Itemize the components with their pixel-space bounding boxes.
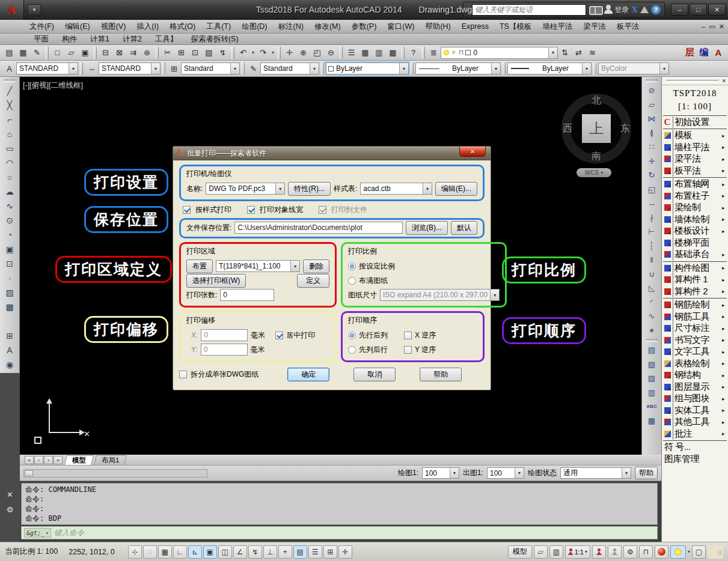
row-first-radio[interactable] — [348, 332, 356, 339]
layer-dropdown-icon[interactable]: ▾ — [548, 47, 557, 58]
angle-snap-toggle[interactable]: ∠ — [233, 545, 247, 559]
close-button[interactable]: ✕ — [708, 4, 726, 16]
command-input[interactable] — [54, 529, 655, 537]
plot-by-style-checkbox[interactable] — [183, 206, 191, 214]
tssd-pdf-batch-icon[interactable]: ▦ — [16, 46, 30, 59]
annotation-scale-select[interactable]: 1:1 ▾ — [565, 545, 590, 559]
autodesk360-icon[interactable] — [640, 6, 649, 13]
layer-properties-icon[interactable]: ≣ — [427, 46, 441, 59]
prev-tab-icon[interactable]: ‹ — [34, 456, 43, 464]
fit-paper-radio[interactable] — [348, 277, 356, 285]
move-icon[interactable]: ✛ — [644, 154, 659, 169]
quick-access-dropdown[interactable]: ▾ — [28, 4, 41, 15]
doc-minimize-button[interactable]: – — [702, 23, 705, 31]
layout-button[interactable]: 布置 — [186, 259, 213, 273]
doc-restore-button[interactable]: ▭ — [709, 23, 715, 31]
wcs-selector[interactable]: WCS▾ — [577, 168, 611, 177]
out-scale-select[interactable]: 100▾ — [487, 467, 524, 479]
erase-icon[interactable]: ⊘ — [644, 83, 659, 98]
region-icon[interactable] — [2, 314, 17, 329]
view-compass[interactable]: 北 南 西 东 上 — [561, 94, 631, 163]
column-first-radio[interactable] — [348, 346, 356, 354]
dialog-help-button[interactable]: 帮助 — [420, 368, 462, 381]
palette-item-wall-draw[interactable]: 墙体绘制▸ — [662, 214, 728, 226]
chamfer-icon[interactable]: ◺ — [644, 281, 659, 296]
palette-item-text-tools[interactable]: 文字工具▸ — [662, 346, 728, 358]
insert-block-icon[interactable]: ▣ — [2, 242, 17, 256]
sync-properties-icon[interactable]: ↯ — [216, 46, 230, 59]
transparency-toggle[interactable]: ☰ — [308, 545, 322, 559]
cancel-button[interactable]: 取消 — [353, 368, 396, 381]
palette-titlebar[interactable]: ✕ — [662, 77, 728, 85]
palette-item-table-draw[interactable]: 表格绘制▸ — [662, 358, 728, 370]
compass-north[interactable]: 北 — [592, 94, 601, 107]
palette-item-place-column[interactable]: 布置柱子▸ — [662, 190, 728, 202]
palette-item-rebar-tools[interactable]: 钢筋工具▸ — [662, 311, 728, 323]
menu-explorer-convert[interactable]: 探索者拆转(S) — [184, 34, 245, 45]
toolbar-help-icon[interactable]: ? — [406, 46, 420, 59]
rotate-icon[interactable]: ↻ — [644, 168, 659, 183]
pan-icon[interactable]: ✛ — [283, 46, 296, 59]
palette-item-write-text[interactable]: 书写文字▸ — [662, 335, 728, 347]
rectangle-icon[interactable]: ▭ — [2, 141, 17, 156]
palette-item-calc-component-2[interactable]: 算构件 2▸ — [662, 286, 728, 298]
palette-item-annotation[interactable]: 批注▸ — [662, 428, 728, 440]
palette-item-component-draw[interactable]: 构件绘图▸ — [662, 262, 728, 274]
table-icon[interactable]: ⊞ — [2, 329, 17, 343]
menu-view[interactable]: 视图(V) — [96, 20, 132, 33]
dialog-close-button[interactable]: ✕ — [459, 147, 486, 157]
polyline-icon[interactable]: ⌐ — [2, 112, 17, 127]
bring-above-icon[interactable]: ▨ — [644, 371, 659, 386]
ts-edit-button[interactable]: 编 — [697, 46, 711, 59]
palette-close-icon[interactable]: ✕ — [721, 78, 726, 84]
table-style-select[interactable]: Standard▾ — [181, 62, 240, 74]
palette-item-beam-method[interactable]: 梁平法▸ — [662, 153, 728, 165]
tssd-edit-icon[interactable]: ✎ — [30, 46, 44, 59]
array-icon[interactable]: ∷ — [644, 140, 659, 154]
arc-icon[interactable]: ◠ — [2, 156, 17, 170]
palette-item-slab-method[interactable]: 板平法▸ — [662, 165, 728, 177]
x-reverse-checkbox[interactable] — [404, 332, 412, 339]
edit-style-button[interactable]: 编辑(E)... — [435, 182, 477, 196]
menu-component[interactable]: 构件 — [55, 34, 84, 45]
palette-item-calc-component-1[interactable]: 算构件 1▸ — [662, 274, 728, 286]
palette-item-library-manager[interactable]: 图库管理 — [662, 453, 728, 465]
extend-icon[interactable]: ⊢ — [644, 225, 659, 239]
workspace-switch-icon[interactable]: ⚙ — [623, 545, 637, 559]
select-print-frame-button[interactable]: 选择打印框(W) — [186, 274, 246, 288]
lineweight-display-toggle[interactable]: ▤ — [293, 545, 307, 559]
zoom-window-icon[interactable]: ◰ — [310, 46, 324, 59]
redo-icon[interactable]: ↷ — [256, 46, 270, 59]
auto-annotation-toggle[interactable] — [608, 545, 622, 559]
menu-tools2[interactable]: 工具】 — [148, 34, 185, 45]
y-reverse-checkbox[interactable] — [404, 346, 412, 354]
export-dwf-icon[interactable]: ⊛ — [140, 46, 154, 59]
hatch-to-back-icon[interactable]: ▦ — [644, 414, 659, 428]
new-file-icon[interactable]: □ — [50, 46, 64, 59]
delete-button[interactable]: 删除 — [303, 259, 329, 273]
browse-button[interactable]: 浏览(B)... — [406, 221, 448, 235]
minimize-button[interactable]: – — [671, 4, 688, 16]
printer-name-select[interactable]: DWG To PDF.pc3▾ — [206, 183, 285, 195]
multiline-text-icon[interactable]: A — [2, 343, 17, 357]
table-style-icon[interactable]: ⊞ — [167, 62, 181, 75]
first-tab-icon[interactable]: « — [25, 456, 34, 464]
resize-grip[interactable]: ⠿ — [708, 545, 723, 559]
text-style-select[interactable]: STANDARD▾ — [16, 62, 78, 74]
quick-properties-toggle[interactable]: ⊞ — [323, 545, 337, 559]
menu-ts-template[interactable]: TS【模板 — [494, 20, 537, 33]
compass-top-face[interactable]: 上 — [582, 114, 611, 143]
dynamic-input-toggle[interactable]: + — [278, 545, 292, 559]
compass-south[interactable]: 南 — [592, 150, 601, 163]
open-file-icon[interactable]: ▱ — [64, 46, 78, 59]
palette-item-beam-draw[interactable]: 梁绘制▸ — [662, 202, 728, 214]
menu-insert[interactable]: 插入(I) — [131, 20, 164, 33]
command-prompt-icon[interactable]: &gt;_▾ — [24, 528, 51, 538]
redo-dropdown-icon[interactable]: ▾ — [270, 46, 276, 59]
quick-view-layouts-icon[interactable]: ▱ — [534, 545, 548, 559]
annotation-visibility-toggle[interactable] — [592, 545, 606, 559]
menu-parametric[interactable]: 参数(P) — [346, 20, 382, 33]
match-properties-icon[interactable]: ▧ — [202, 46, 216, 59]
dim-style-icon[interactable]: ⇔ — [85, 62, 99, 75]
define-button[interactable]: 定义 — [297, 274, 329, 288]
